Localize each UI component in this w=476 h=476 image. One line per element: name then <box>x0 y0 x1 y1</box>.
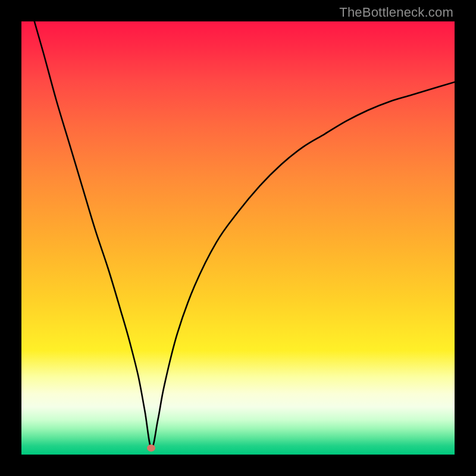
curve-svg <box>21 21 455 455</box>
minimum-point-marker <box>147 444 155 452</box>
bottleneck-curve <box>35 21 455 448</box>
plot-area <box>21 21 455 455</box>
watermark-text: TheBottleneck.com <box>339 5 453 20</box>
chart-frame: TheBottleneck.com <box>0 0 476 476</box>
